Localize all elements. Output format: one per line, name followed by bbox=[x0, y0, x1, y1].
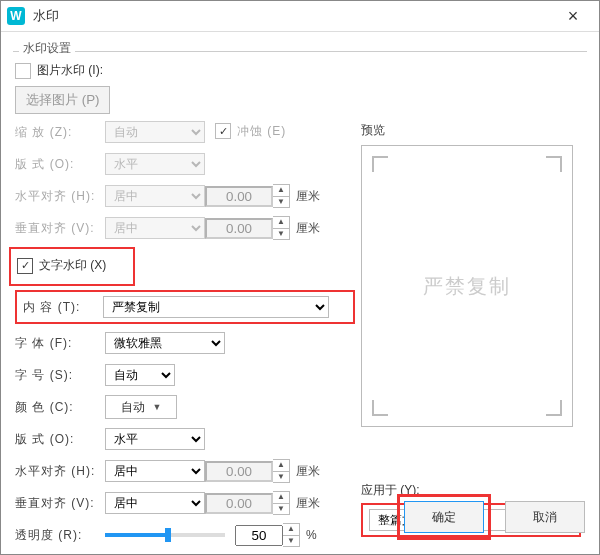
titlebar: W 水印 × bbox=[1, 1, 599, 32]
scale-select[interactable]: 自动 bbox=[105, 121, 205, 143]
text-layout-label: 版 式 (O): bbox=[15, 431, 105, 448]
image-watermark-checkbox[interactable]: 图片水印 (I): bbox=[15, 62, 355, 79]
text-halign-label: 水平对齐 (H): bbox=[15, 463, 105, 480]
image-halign-num[interactable] bbox=[205, 186, 273, 207]
image-halign-select[interactable]: 居中 bbox=[105, 185, 205, 207]
text-watermark-checkbox[interactable]: ✓ 文字水印 (X) bbox=[17, 257, 127, 274]
highlight-text-checkbox: ✓ 文字水印 (X) bbox=[9, 247, 135, 286]
preview-panel: 预览 严禁复制 bbox=[361, 122, 581, 427]
window-title: 水印 bbox=[33, 7, 553, 25]
highlight-content-row: 内 容 (T): 严禁复制 bbox=[15, 290, 355, 324]
image-valign-num[interactable] bbox=[205, 218, 273, 239]
preview-label: 预览 bbox=[361, 122, 581, 139]
dialog-body: 水印设置 图片水印 (I): 选择图片 (P) 缩 放 (Z): 自动 ✓冲蚀 … bbox=[1, 32, 599, 554]
dialog-actions: 确定 取消 bbox=[397, 494, 585, 540]
text-watermark-label: 文字水印 (X) bbox=[39, 257, 106, 274]
opacity-slider[interactable] bbox=[105, 533, 225, 537]
spinner-icon[interactable]: ▲▼ bbox=[283, 523, 300, 547]
unit-label: 厘米 bbox=[296, 463, 320, 480]
text-valign-label: 垂直对齐 (V): bbox=[15, 495, 105, 512]
color-label: 颜 色 (C): bbox=[15, 399, 105, 416]
text-halign-num[interactable] bbox=[205, 461, 273, 482]
section-title: 水印设置 bbox=[19, 40, 75, 57]
unit-label: 厘米 bbox=[296, 188, 320, 205]
color-select[interactable]: 自动▼ bbox=[105, 395, 177, 419]
image-valign-select[interactable]: 居中 bbox=[105, 217, 205, 239]
spinner-icon[interactable]: ▲▼ bbox=[273, 491, 290, 515]
font-select[interactable]: 微软雅黑 bbox=[105, 332, 225, 354]
text-halign-select[interactable]: 居中 bbox=[105, 460, 205, 482]
unit-label: 厘米 bbox=[296, 220, 320, 237]
content-select[interactable]: 严禁复制 bbox=[103, 296, 329, 318]
chevron-down-icon: ▼ bbox=[153, 402, 162, 412]
spinner-icon[interactable]: ▲▼ bbox=[273, 184, 290, 208]
size-label: 字 号 (S): bbox=[15, 367, 105, 384]
opacity-value[interactable] bbox=[235, 525, 283, 546]
checkbox-icon: ✓ bbox=[215, 123, 231, 139]
text-layout-select[interactable]: 水平 bbox=[105, 428, 205, 450]
divider bbox=[13, 51, 587, 52]
ok-button[interactable]: 确定 bbox=[404, 501, 484, 533]
crop-corner-icon bbox=[546, 156, 562, 172]
content-label: 内 容 (T): bbox=[23, 299, 103, 316]
highlight-ok: 确定 bbox=[397, 494, 491, 540]
font-label: 字 体 (F): bbox=[15, 335, 105, 352]
erode-label: 冲蚀 (E) bbox=[237, 123, 286, 140]
size-select[interactable]: 自动 bbox=[105, 364, 175, 386]
opacity-unit: % bbox=[306, 528, 317, 542]
opacity-label: 透明度 (R): bbox=[15, 527, 105, 544]
image-valign-label: 垂直对齐 (V): bbox=[15, 220, 105, 237]
checkbox-icon bbox=[15, 63, 31, 79]
image-watermark-label: 图片水印 (I): bbox=[37, 62, 103, 79]
erode-checkbox[interactable]: ✓冲蚀 (E) bbox=[215, 123, 286, 140]
app-icon: W bbox=[7, 7, 25, 25]
image-layout-select[interactable]: 水平 bbox=[105, 153, 205, 175]
crop-corner-icon bbox=[372, 156, 388, 172]
checkbox-icon: ✓ bbox=[17, 258, 33, 274]
text-valign-num[interactable] bbox=[205, 493, 273, 514]
crop-corner-icon bbox=[546, 400, 562, 416]
scale-label: 缩 放 (Z): bbox=[15, 124, 105, 141]
watermark-dialog: W 水印 × 水印设置 图片水印 (I): 选择图片 (P) 缩 放 (Z): … bbox=[0, 0, 600, 555]
left-panel: 图片水印 (I): 选择图片 (P) 缩 放 (Z): 自动 ✓冲蚀 (E) 版… bbox=[15, 58, 355, 552]
choose-image-button[interactable]: 选择图片 (P) bbox=[15, 86, 110, 114]
preview-box: 严禁复制 bbox=[361, 145, 573, 427]
unit-label: 厘米 bbox=[296, 495, 320, 512]
spinner-icon[interactable]: ▲▼ bbox=[273, 459, 290, 483]
text-valign-select[interactable]: 居中 bbox=[105, 492, 205, 514]
preview-watermark-text: 严禁复制 bbox=[423, 273, 511, 300]
cancel-button[interactable]: 取消 bbox=[505, 501, 585, 533]
close-icon[interactable]: × bbox=[553, 6, 593, 27]
crop-corner-icon bbox=[372, 400, 388, 416]
spinner-icon[interactable]: ▲▼ bbox=[273, 216, 290, 240]
image-halign-label: 水平对齐 (H): bbox=[15, 188, 105, 205]
image-layout-label: 版 式 (O): bbox=[15, 156, 105, 173]
